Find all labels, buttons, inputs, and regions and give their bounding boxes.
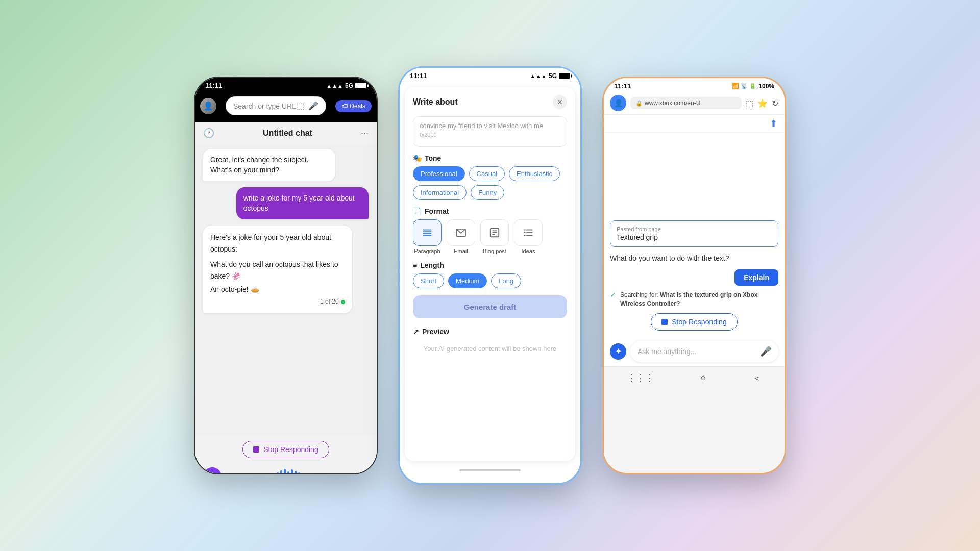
web-content-area <box>604 133 785 214</box>
chat-message-right: write a joke for my 5 year old about oct… <box>236 187 369 219</box>
phone1-voice-bar: ✦ ⌨ <box>195 463 377 474</box>
action-bar: ⬆ <box>604 115 785 133</box>
char-count: 0/2000 <box>420 132 560 138</box>
wave-bar-7 <box>298 472 300 474</box>
nav-back-icon[interactable]: ＜ <box>752 372 762 384</box>
pasted-text-box: Pasted from page Textured grip <box>610 220 778 247</box>
url-text: www.xbox.com/en-U <box>645 99 700 107</box>
phone3-body: 👤 🔒 www.xbox.com/en-U ⬚ ⭐ ↻ ⬆ Pasted fro… <box>604 92 785 464</box>
keyboard-icon[interactable]: ⌨ <box>355 471 369 474</box>
copilot-button[interactable]: ✦ <box>610 343 626 360</box>
phone3-status-bar: 11:11 📶 📡 🔋 100% <box>604 78 785 92</box>
format-section: 📄 Format Paragraph Email <box>413 207 567 254</box>
wave-bar-4 <box>287 471 289 474</box>
explain-button[interactable]: Explain <box>734 269 778 286</box>
active-indicator <box>341 300 345 304</box>
write-about-card: Write about ✕ convince my friend to visi… <box>405 87 575 461</box>
stop-square-icon <box>253 446 259 453</box>
bookmark-icon[interactable]: ⭐ <box>757 98 768 108</box>
stop-responding-button[interactable]: Stop Responding <box>242 441 329 458</box>
chat-title: Untitled chat <box>263 129 312 138</box>
phone3-input-row: ✦ Ask me anything... 🎤 <box>604 337 785 366</box>
close-button[interactable]: ✕ <box>553 95 567 109</box>
phone2-body: Write about ✕ convince my friend to visi… <box>400 82 580 474</box>
format-email[interactable]: Email <box>447 219 475 254</box>
extension-icon[interactable]: ⬚ <box>746 98 753 108</box>
phone1-avatar: 👤 <box>200 98 216 114</box>
copilot-question: What do you want to do with the text? <box>610 252 778 264</box>
wave-bar-2 <box>280 470 282 474</box>
tone-chip-funny[interactable]: Funny <box>471 185 504 200</box>
length-medium[interactable]: Medium <box>448 273 487 288</box>
tone-icon: 🎭 <box>413 154 422 162</box>
pasted-text-content: Textured grip <box>617 233 772 241</box>
phone1-frame: 11:11 ▲▲▲ 5G 👤 Search or type URL ⬚ 🎤 🏷 … <box>194 77 378 474</box>
paragraph-icon-box <box>413 219 442 246</box>
format-section-title: 📄 Format <box>413 207 567 215</box>
phone1-chat-body: 🕐 Untitled chat ··· Great, let's change … <box>195 122 377 474</box>
copilot-icon[interactable]: ✦ <box>203 467 222 474</box>
blog-label: Blog post <box>483 248 506 254</box>
paragraph-label: Paragraph <box>414 248 440 254</box>
format-blog[interactable]: Blog post <box>480 219 509 254</box>
scan-icon[interactable]: ⬚ <box>297 101 304 111</box>
format-icon: 📄 <box>413 207 422 215</box>
textarea-content: convince my friend to visit Mexico with … <box>420 122 560 130</box>
ask-placeholder: Ask me anything... <box>638 347 755 356</box>
pagination: 1 of 20 <box>210 297 345 307</box>
length-long[interactable]: Long <box>491 273 521 288</box>
length-icon: ≡ <box>413 261 417 269</box>
length-chips: Short Medium Long <box>413 273 567 288</box>
phone1-search-bar[interactable]: Search or type URL ⬚ 🎤 <box>226 96 326 115</box>
phone2-time: 11:11 <box>410 72 427 80</box>
phone1-chat-area: Great, let's change the subject. What's … <box>195 144 377 436</box>
phone2-status-bar: 11:11 ▲▲▲ 5G <box>400 68 580 82</box>
share-icon[interactable]: ⬆ <box>770 118 777 129</box>
deals-icon: 🏷 <box>341 103 348 110</box>
check-icon: ✓ <box>610 291 616 299</box>
deals-button[interactable]: 🏷 Deals <box>335 100 372 112</box>
refresh-icon[interactable]: ↻ <box>772 98 778 108</box>
wave-bar-1 <box>277 472 279 474</box>
searching-indicator: ✓ Searching for: What is the textured gr… <box>610 291 778 308</box>
audio-waveform <box>277 469 300 474</box>
write-about-header: Write about ✕ <box>413 95 567 109</box>
phone2-signal: ▲▲▲ <box>530 73 547 79</box>
tone-chip-professional[interactable]: Professional <box>413 166 465 181</box>
ask-input-bar[interactable]: Ask me anything... 🎤 <box>630 341 778 362</box>
stop-responding-button-blue[interactable]: Stop Responding <box>651 313 737 331</box>
tone-chip-informational[interactable]: Informational <box>413 185 467 200</box>
mic-icon[interactable]: 🎤 <box>308 101 318 111</box>
format-ideas[interactable]: Ideas <box>514 219 543 254</box>
nav-home-icon[interactable]: ○ <box>701 372 706 383</box>
nav-menu-icon[interactable]: ⋮⋮⋮ <box>627 372 654 384</box>
phone1-battery <box>355 83 366 88</box>
search-status-text: Searching for: What is the textured grip… <box>620 291 778 308</box>
tone-chip-casual[interactable]: Casual <box>469 166 505 181</box>
phone1-status-bar: 11:11 ▲▲▲ 5G <box>195 78 377 91</box>
stop-square-blue-icon <box>662 319 668 325</box>
phone1-bottom: Stop Responding <box>195 436 377 463</box>
length-section-title: ≡ Length <box>413 261 567 269</box>
ideas-icon-box <box>514 219 543 246</box>
history-icon[interactable]: 🕐 <box>203 128 214 139</box>
phone2-network: 5G <box>549 72 557 80</box>
tone-chip-enthusiastic[interactable]: Enthusiastic <box>509 166 560 181</box>
length-short[interactable]: Short <box>413 273 444 288</box>
format-grid: Paragraph Email Blog post <box>413 219 567 254</box>
write-about-textarea[interactable]: convince my friend to visit Mexico with … <box>413 116 567 147</box>
format-paragraph[interactable]: Paragraph <box>413 219 442 254</box>
mic-icon-phone3[interactable]: 🎤 <box>760 346 771 357</box>
preview-icon: ↗ <box>413 328 419 336</box>
phone1-network: 5G <box>345 82 353 89</box>
phone3-battery-pct: 100% <box>758 83 774 90</box>
generate-draft-button[interactable]: Generate draft <box>413 295 567 318</box>
more-options-icon[interactable]: ··· <box>361 128 369 139</box>
phone3-time: 11:11 <box>614 82 631 90</box>
url-bar[interactable]: 🔒 www.xbox.com/en-U <box>630 97 742 109</box>
wave-bar-3 <box>284 469 286 474</box>
chat-response: Here's a joke for your 5 year old about … <box>203 226 352 313</box>
user-avatar[interactable]: 👤 <box>610 95 626 111</box>
phone1-time: 11:11 <box>205 82 222 89</box>
ideas-label: Ideas <box>522 248 535 254</box>
